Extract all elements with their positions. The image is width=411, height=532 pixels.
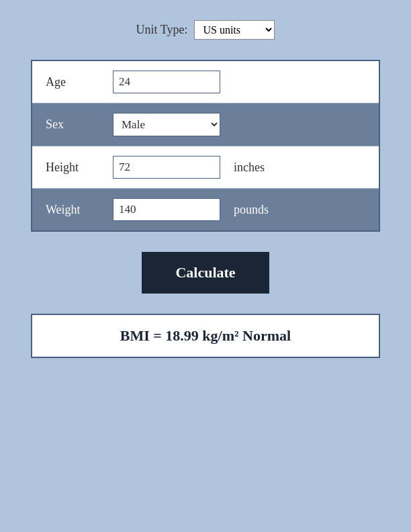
result-box: BMI = 18.99 kg/m² Normal [31, 314, 380, 358]
unit-type-label: Unit Type: [136, 23, 188, 37]
calculate-button[interactable]: Calculate [142, 252, 269, 294]
sex-select[interactable]: Male Female [113, 113, 220, 136]
height-input[interactable] [113, 156, 220, 179]
age-label: Age [46, 75, 113, 89]
height-label: Height [46, 161, 113, 175]
unit-type-select[interactable]: US units Metric units [194, 20, 275, 40]
age-row: Age [32, 61, 379, 103]
form-container: Age Sex Male Female Height inches Weight… [31, 60, 380, 232]
height-row: Height inches [32, 146, 379, 189]
unit-type-row: Unit Type: US units Metric units [136, 20, 275, 40]
sex-row: Sex Male Female [32, 103, 379, 146]
height-unit: inches [234, 161, 265, 175]
weight-label: Weight [46, 203, 113, 217]
weight-row: Weight pounds [32, 189, 379, 230]
result-text: BMI = 18.99 kg/m² Normal [120, 327, 291, 344]
weight-unit: pounds [234, 203, 269, 217]
sex-label: Sex [46, 118, 113, 132]
age-input[interactable] [113, 71, 220, 93]
weight-input[interactable] [113, 198, 220, 221]
